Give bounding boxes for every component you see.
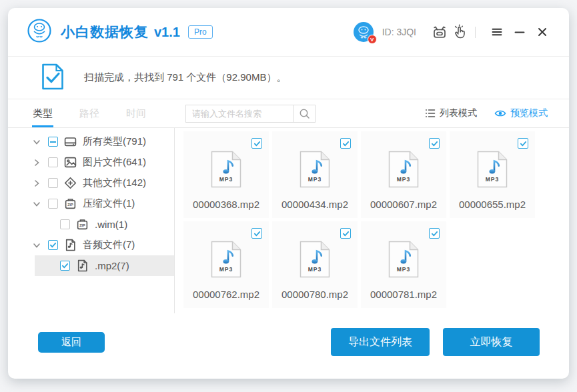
tree-item-label: 其他文件(142) xyxy=(83,177,146,189)
titlebar: 小白数据恢复 v1.1 Pro V ID: 3JQI xyxy=(8,8,569,57)
mp3-file-icon: MP3 xyxy=(300,241,330,281)
tree-item-label: .mp2(7) xyxy=(95,260,129,271)
tree-item[interactable]: 图片文件(641) xyxy=(8,152,174,173)
checkbox-unchecked[interactable] xyxy=(48,199,58,209)
file-name: 00000762.mp2 xyxy=(193,289,259,300)
checkbox-unchecked[interactable] xyxy=(60,219,70,229)
eye-icon xyxy=(494,109,506,118)
tree-item[interactable]: 其他文件(142) xyxy=(8,173,174,193)
tab-type[interactable]: 类型 xyxy=(33,99,53,127)
hand-click-icon[interactable] xyxy=(450,22,470,42)
zip-icon: ZIP xyxy=(64,197,77,210)
mp3-file-icon: MP3 xyxy=(300,151,330,191)
svg-text:ZIP: ZIP xyxy=(67,203,73,207)
svg-text:MP3: MP3 xyxy=(308,266,322,273)
file-name: 00000655.mp2 xyxy=(459,199,526,210)
other-icon xyxy=(64,177,77,189)
file-card[interactable]: MP3 00000655.mp2 xyxy=(450,131,535,218)
tree-item-label: .wim(1) xyxy=(95,219,127,230)
file-name: 00000780.mp2 xyxy=(281,289,348,300)
scan-result-text: 扫描完成，共找到 791 个文件（92.90MB）。 xyxy=(84,71,286,84)
checkbox-checked[interactable] xyxy=(429,138,440,149)
caret-down-icon[interactable] xyxy=(33,241,42,249)
file-name: 00000607.mp2 xyxy=(370,199,437,210)
file-card[interactable]: MP3 00000780.mp2 xyxy=(272,221,358,308)
checkbox-indeterminate[interactable] xyxy=(48,137,58,147)
file-name: 00000781.mp2 xyxy=(370,289,437,300)
svg-text:MP3: MP3 xyxy=(397,176,410,183)
minimize-icon[interactable] xyxy=(510,23,529,41)
mp3-file-icon: MP3 xyxy=(477,151,508,191)
titlebar-separator xyxy=(475,27,476,38)
sidebar-tabs: 类型 路径 时间 xyxy=(8,99,175,127)
file-name: 00000368.mp2 xyxy=(193,199,259,210)
audio-icon xyxy=(64,239,77,251)
app-version: v1.1 xyxy=(154,25,180,40)
file-card[interactable]: MP3 00000434.mp2 xyxy=(272,131,358,218)
caret-right-icon[interactable] xyxy=(33,179,42,187)
audio-icon xyxy=(76,259,89,272)
drive-icon xyxy=(64,135,77,148)
file-card[interactable]: MP3 00000368.mp2 xyxy=(183,131,269,218)
checkbox-checked[interactable] xyxy=(429,228,440,239)
preview-mode-toggle[interactable]: 预览模式 xyxy=(494,107,548,119)
vip-badge: V xyxy=(368,35,377,44)
tree-item-label: 所有类型(791) xyxy=(83,135,146,148)
caret-down-icon[interactable] xyxy=(33,200,42,208)
file-card[interactable]: MP3 00000762.mp2 xyxy=(183,221,269,308)
close-icon[interactable] xyxy=(533,23,552,41)
tree-item[interactable]: ZIP .wim(1) xyxy=(8,214,174,235)
tree-item[interactable]: .mp2(7) xyxy=(35,255,174,276)
export-file-list-button[interactable]: 导出文件列表 xyxy=(331,328,430,356)
preview-mode-label: 预览模式 xyxy=(510,107,548,119)
svg-text:MP3: MP3 xyxy=(397,266,410,273)
mp3-file-icon: MP3 xyxy=(388,241,419,281)
checkbox-checked[interactable] xyxy=(48,240,58,250)
search-bar xyxy=(185,99,316,127)
mp3-file-icon: MP3 xyxy=(388,151,419,191)
list-mode-toggle[interactable]: 列表模式 xyxy=(425,107,477,119)
svg-text:ZIP: ZIP xyxy=(79,223,85,227)
tree-item[interactable]: ZIP 压缩文件(1) xyxy=(8,193,174,214)
robot-icon[interactable] xyxy=(430,22,450,42)
user-avatar[interactable]: V xyxy=(353,21,374,43)
content-area: 所有类型(791) 图片文件(641) 其他文件(142) ZIP 压缩文件(1… xyxy=(8,128,569,313)
checkbox-checked[interactable] xyxy=(340,228,351,239)
mp3-file-icon: MP3 xyxy=(211,151,241,191)
checkbox-checked[interactable] xyxy=(518,138,528,149)
file-grid: MP3 00000368.mp2 MP3 00000434.mp2 MP3 00… xyxy=(175,128,569,313)
checkbox-checked[interactable] xyxy=(60,261,70,271)
toolbar: 类型 路径 时间 列表模式 xyxy=(8,99,569,128)
search-button[interactable] xyxy=(294,105,316,123)
zip-icon: ZIP xyxy=(76,218,89,231)
tab-path[interactable]: 路径 xyxy=(79,99,99,127)
caret-down-icon[interactable] xyxy=(33,138,42,146)
image-icon xyxy=(64,156,77,169)
tree-item-label: 图片文件(641) xyxy=(83,156,146,169)
tree-item[interactable]: 所有类型(791) xyxy=(8,131,174,152)
back-button[interactable]: 返回 xyxy=(38,332,105,353)
svg-text:MP3: MP3 xyxy=(219,266,233,273)
app-logo-icon xyxy=(27,18,52,46)
user-id-label: ID: 3JQI xyxy=(382,27,416,37)
app-title: 小白数据恢复 xyxy=(61,23,149,41)
checkbox-unchecked[interactable] xyxy=(48,178,58,188)
file-card[interactable]: MP3 00000781.mp2 xyxy=(361,221,446,308)
menu-icon[interactable] xyxy=(488,23,506,41)
list-mode-icon xyxy=(425,108,436,119)
caret-right-icon[interactable] xyxy=(33,159,42,167)
scan-complete-icon xyxy=(41,63,64,93)
checkbox-unchecked[interactable] xyxy=(48,157,58,167)
tree-item-label: 压缩文件(1) xyxy=(83,197,135,210)
search-input[interactable] xyxy=(185,105,294,123)
recover-now-button[interactable]: 立即恢复 xyxy=(443,328,540,356)
tab-time[interactable]: 时间 xyxy=(126,99,146,127)
tree-item-label: 音频文件(7) xyxy=(83,239,135,251)
checkbox-checked[interactable] xyxy=(251,228,262,239)
footer: 返回 导出文件列表 立即恢复 xyxy=(8,313,569,379)
svg-text:MP3: MP3 xyxy=(308,176,322,183)
file-card[interactable]: MP3 00000607.mp2 xyxy=(361,131,446,218)
checkbox-checked[interactable] xyxy=(340,138,351,149)
checkbox-checked[interactable] xyxy=(251,138,262,149)
tree-item[interactable]: 音频文件(7) xyxy=(8,235,174,255)
